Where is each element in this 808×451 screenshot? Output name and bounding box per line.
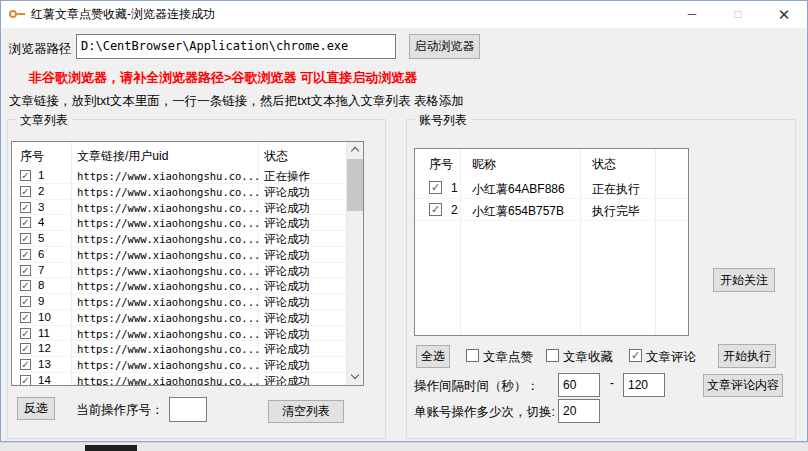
row-url: https://www.xiaohongshu.co... [77, 233, 260, 245]
table-row[interactable]: 11https://www.xiaohongshu.co...评论成功 [12, 326, 346, 342]
select-all-button[interactable]: 全选 [416, 345, 450, 368]
table-row[interactable]: 7https://www.xiaohongshu.co...评论成功 [12, 263, 346, 279]
row-checkbox[interactable] [20, 170, 31, 181]
article-scrollbar[interactable] [346, 142, 363, 385]
table-row[interactable]: 13https://www.xiaohongshu.co...评论成功 [12, 357, 346, 373]
row-status: 评论成功 [264, 279, 310, 294]
app-key-icon [9, 10, 25, 19]
row-status: 评论成功 [264, 327, 310, 342]
browser-path-label: 浏览器路径： [9, 41, 84, 58]
table-row[interactable]: 1小红薯64ABF886正在执行 [415, 177, 688, 199]
table-row[interactable]: 12https://www.xiaohongshu.co...评论成功 [12, 341, 346, 357]
row-checkbox[interactable] [20, 265, 31, 276]
row-url: https://www.xiaohongshu.co... [77, 296, 260, 308]
account-table: 序号 昵称 状态 1小红薯64ABF886正在执行2小红薯654B757B执行完… [414, 148, 689, 336]
current-index-label: 当前操作序号： [76, 402, 164, 419]
row-url: https://www.xiaohongshu.co... [77, 217, 260, 229]
collect-checkbox[interactable] [546, 349, 559, 362]
start-execute-button[interactable]: 开始执行 [718, 344, 776, 368]
row-index: 1 [38, 169, 44, 181]
interval-label: 操作间隔时间（秒）： [414, 378, 539, 395]
account-table-body: 1小红薯64ABF886正在执行2小红薯654B757B执行完毕 [415, 177, 688, 335]
switch-count-label: 单账号操作多少次，切换: [414, 404, 555, 421]
interval-max-input[interactable]: 120 [623, 373, 665, 397]
row-index: 10 [38, 311, 51, 323]
row-checkbox[interactable] [20, 217, 31, 228]
row-url: https://www.xiaohongshu.co... [77, 186, 260, 198]
row-url: https://www.xiaohongshu.co... [77, 249, 260, 261]
article-table-header: 序号 文章链接/用户uid 状态 [12, 142, 363, 168]
app-window: 红薯文章点赞收藏-浏览器连接成功 ─ □ ✕ 浏览器路径： D:\CentBro… [0, 0, 808, 442]
interval-dash: - [610, 376, 614, 390]
row-checkbox[interactable] [429, 181, 442, 194]
row-checkbox[interactable] [20, 296, 31, 307]
row-index: 11 [38, 327, 50, 339]
table-row[interactable]: 5https://www.xiaohongshu.co...评论成功 [12, 231, 346, 247]
account-group-title: 账号列表 [415, 112, 471, 129]
row-checkbox[interactable] [20, 312, 31, 323]
row-url: https://www.xiaohongshu.co... [77, 343, 260, 355]
col-status: 状态 [264, 148, 288, 165]
table-row[interactable]: 14https://www.xiaohongshu.co...评论成功 [12, 373, 346, 385]
comment-checkbox[interactable] [629, 349, 642, 362]
row-checkbox[interactable] [20, 328, 31, 339]
taskbar-strip [0, 442, 808, 451]
article-table-body: 1https://www.xiaohongshu.co...正在操作2https… [12, 168, 346, 385]
row-url: https://www.xiaohongshu.co... [77, 265, 260, 277]
row-checkbox[interactable] [20, 233, 31, 244]
row-checkbox[interactable] [20, 280, 31, 291]
row-nickname: 小红薯654B757B [472, 203, 564, 220]
row-status: 执行完毕 [592, 203, 640, 220]
row-index: 9 [38, 295, 44, 307]
table-row[interactable]: 1https://www.xiaohongshu.co...正在操作 [12, 168, 346, 184]
col-link: 文章链接/用户uid [77, 148, 168, 165]
row-checkbox[interactable] [20, 249, 31, 260]
interval-min-input[interactable]: 60 [558, 373, 600, 397]
row-url: https://www.xiaohongshu.co... [77, 328, 260, 340]
like-checkbox-label[interactable]: 文章点赞 [483, 349, 533, 366]
switch-count-input[interactable]: 20 [558, 399, 600, 423]
table-row[interactable]: 2https://www.xiaohongshu.co...评论成功 [12, 184, 346, 200]
col-status: 状态 [592, 156, 616, 173]
row-checkbox[interactable] [20, 202, 31, 213]
table-row[interactable]: 8https://www.xiaohongshu.co...评论成功 [12, 278, 346, 294]
maximize-button[interactable]: □ [715, 1, 761, 28]
table-row[interactable]: 6https://www.xiaohongshu.co...评论成功 [12, 247, 346, 263]
like-checkbox[interactable] [466, 349, 479, 362]
scrollbar-thumb[interactable] [347, 159, 364, 211]
table-row[interactable]: 3https://www.xiaohongshu.co...评论成功 [12, 200, 346, 216]
table-row[interactable]: 2小红薯654B757B执行完毕 [415, 199, 688, 221]
table-row[interactable]: 10https://www.xiaohongshu.co...评论成功 [12, 310, 346, 326]
col-index: 序号 [429, 156, 453, 173]
browser-path-input[interactable]: D:\CentBrowser\Application\chrome.exe [76, 34, 396, 59]
row-checkbox[interactable] [20, 343, 31, 354]
collect-checkbox-label[interactable]: 文章收藏 [563, 349, 613, 366]
row-index: 2 [451, 203, 458, 217]
table-row[interactable]: 4https://www.xiaohongshu.co...评论成功 [12, 215, 346, 231]
invert-selection-button[interactable]: 反选 [17, 397, 55, 420]
scroll-up-icon[interactable] [347, 142, 364, 158]
start-follow-button[interactable]: 开始关注 [713, 268, 775, 292]
row-status: 评论成功 [264, 216, 310, 231]
row-status: 评论成功 [264, 232, 310, 247]
row-checkbox[interactable] [20, 359, 31, 370]
row-index: 2 [38, 185, 44, 197]
table-row[interactable]: 9https://www.xiaohongshu.co...评论成功 [12, 294, 346, 310]
close-button[interactable]: ✕ [761, 1, 807, 28]
row-status: 评论成功 [264, 201, 310, 216]
comment-checkbox-label[interactable]: 文章评论 [646, 349, 696, 366]
row-checkbox[interactable] [429, 203, 442, 216]
row-index: 7 [38, 264, 44, 276]
row-checkbox[interactable] [20, 375, 31, 385]
row-url: https://www.xiaohongshu.co... [77, 359, 260, 371]
account-table-header: 序号 昵称 状态 [415, 149, 688, 177]
minimize-button[interactable]: ─ [669, 1, 715, 28]
clear-list-button[interactable]: 清空列表 [268, 400, 344, 423]
launch-browser-button[interactable]: 启动浏览器 [409, 34, 480, 59]
scroll-down-icon[interactable] [347, 369, 364, 385]
row-checkbox[interactable] [20, 186, 31, 197]
current-index-input[interactable] [169, 397, 207, 422]
comment-content-button[interactable]: 文章评论内容 [703, 374, 783, 397]
row-status: 评论成功 [264, 295, 310, 310]
row-url: https://www.xiaohongshu.co... [77, 280, 260, 292]
